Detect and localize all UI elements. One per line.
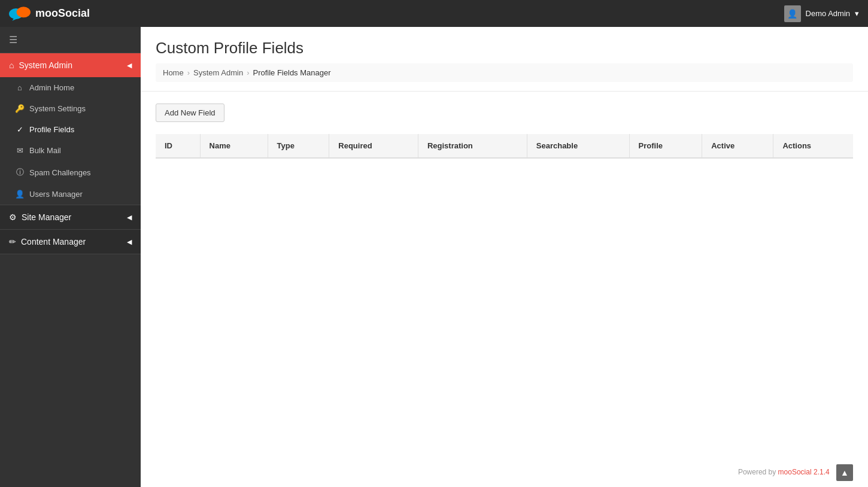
spam-challenges-label: Spam Challenges [29,168,91,177]
users-manager-label: Users Manager [29,190,83,199]
svg-point-1 [17,7,31,17]
users-manager-icon: 👤 [15,190,25,199]
home-icon: ⌂ [9,60,14,70]
col-type: Type [268,134,329,158]
logo-icon [9,5,31,22]
brand: mooSocial [9,5,90,22]
sidebar: ☰ ⌂ System Admin ◀ ⌂ Admin Home 🔑 System… [0,27,141,487]
col-actions: Actions [773,134,853,158]
profile-fields-icon: ✓ [15,125,25,134]
content-area: Custom Profile Fields Home › System Admi… [141,27,868,487]
user-label: Demo Admin [806,9,850,18]
avatar: 👤 [784,5,801,22]
col-profile: Profile [629,134,702,158]
site-manager-gear-icon: ⚙ [9,212,17,222]
sidebar-item-users-manager[interactable]: 👤 Users Manager [0,184,141,205]
main-layout: ☰ ⌂ System Admin ◀ ⌂ Admin Home 🔑 System… [0,27,868,487]
breadcrumb-current: Profile Fields Manager [253,68,330,77]
chevron-left-icon: ◀ [127,62,132,69]
breadcrumb: Home › System Admin › Profile Fields Man… [156,63,853,82]
col-name: Name [200,134,268,158]
spam-challenges-icon: ⓘ [15,167,25,178]
chevron-left-icon-content: ◀ [127,238,132,246]
content-manager-pencil-icon: ✏ [9,237,16,246]
section-header-left-content: ✏ Content Manager [9,237,86,246]
site-manager-label: Site Manager [22,212,71,222]
add-new-field-button[interactable]: Add New Field [156,104,224,122]
sidebar-section-header-site-manager[interactable]: ⚙ Site Manager ◀ [0,205,141,229]
profile-fields-label: Profile Fields [29,125,74,134]
sidebar-section-header-system-admin[interactable]: ⌂ System Admin ◀ [0,53,141,77]
breadcrumb-sep-1: › [187,68,190,77]
section-header-left: ⌂ System Admin [9,60,72,70]
sidebar-section-content-manager: ✏ Content Manager ◀ [0,230,141,254]
sidebar-toggle-area: ☰ [0,27,141,53]
sidebar-toggle-button[interactable]: ☰ [9,34,17,45]
table-header: ID Name Type Required Registration Searc… [156,134,853,158]
section-header-left-site: ⚙ Site Manager [9,212,71,222]
dropdown-icon: ▾ [855,9,859,18]
col-id: ID [156,134,200,158]
user-menu[interactable]: 👤 Demo Admin ▾ [784,5,859,22]
breadcrumb-section[interactable]: System Admin [193,68,243,77]
sidebar-section-header-content-manager[interactable]: ✏ Content Manager ◀ [0,230,141,254]
admin-home-icon: ⌂ [15,83,25,92]
content-manager-label: Content Manager [21,237,86,246]
breadcrumb-sep-2: › [247,68,249,77]
sidebar-item-admin-home[interactable]: ⌂ Admin Home [0,77,141,98]
sidebar-section-system-admin: ⌂ System Admin ◀ ⌂ Admin Home 🔑 System S… [0,53,141,205]
breadcrumb-home[interactable]: Home [163,68,184,77]
system-admin-label: System Admin [19,60,72,70]
sidebar-item-bulk-mail[interactable]: ✉ Bulk Mail [0,140,141,161]
moosocial-link[interactable]: mooSocial 2.1.4 [778,468,830,476]
page-title: Custom Profile Fields [156,39,853,57]
content-header: Custom Profile Fields Home › System Admi… [141,27,868,92]
system-settings-icon: 🔑 [15,104,25,113]
avatar-icon: 👤 [787,9,797,19]
scroll-top-button[interactable]: ▲ [836,464,853,481]
content-body: Add New Field ID Name Type Required Regi… [141,92,868,458]
bulk-mail-icon: ✉ [15,146,25,155]
admin-home-label: Admin Home [29,83,74,92]
navbar: mooSocial 👤 Demo Admin ▾ [0,0,868,27]
content-footer: Powered by mooSocial 2.1.4 ▲ [141,458,868,487]
sidebar-section-site-manager: ⚙ Site Manager ◀ [0,205,141,230]
col-active: Active [702,134,773,158]
sidebar-item-spam-challenges[interactable]: ⓘ Spam Challenges [0,161,141,184]
system-settings-label: System Settings [29,104,86,113]
brand-name: mooSocial [35,7,90,20]
sidebar-item-system-settings[interactable]: 🔑 System Settings [0,98,141,119]
col-registration: Registration [418,134,527,158]
powered-by-text: Powered by [738,468,778,476]
bulk-mail-label: Bulk Mail [29,146,61,155]
profile-fields-table: ID Name Type Required Registration Searc… [156,134,853,159]
col-searchable: Searchable [527,134,629,158]
col-required: Required [329,134,418,158]
chevron-left-icon-site: ◀ [127,214,132,221]
sidebar-item-profile-fields[interactable]: ✓ Profile Fields [0,119,141,140]
table-header-row: ID Name Type Required Registration Searc… [156,134,853,158]
